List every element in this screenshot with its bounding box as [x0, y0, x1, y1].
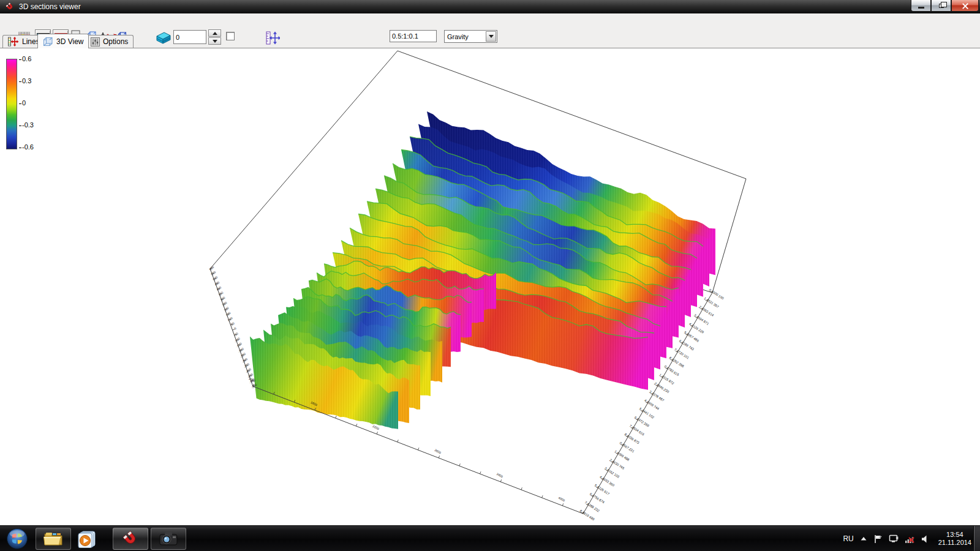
system-tray: RU 13:54 21.11.2014: [843, 526, 971, 551]
axis-tick-label: 4 4126 229: [688, 322, 704, 334]
toolbar: Gravity: [0, 13, 980, 34]
show-desktop-button[interactable]: [973, 526, 980, 551]
axis-tick-label: 3400: [496, 472, 503, 479]
axis-tick: [439, 455, 439, 458]
device-display-icon[interactable]: [889, 534, 899, 544]
axis-tick: [542, 495, 543, 498]
axis-tick-label: 3 4162 103: [604, 467, 620, 479]
tab-3d-view-label: 3D View: [56, 37, 83, 46]
axis-tick-label: 5 4225 617: [594, 484, 610, 496]
colorbar-gradient: [6, 59, 17, 149]
minimize-button[interactable]: [911, 0, 931, 12]
action-center-flag-icon[interactable]: [873, 534, 883, 544]
axis-tick-label: 2 4630 745: [609, 458, 625, 470]
magnet-app-icon: [5, 2, 15, 12]
network-disconnected-icon[interactable]: [905, 534, 915, 544]
axis-tick-label: 1 4531 357: [703, 296, 719, 309]
axis-tick-label: 4000: [558, 496, 566, 503]
axis-tick-label: 4 4909 744: [644, 399, 660, 411]
tab-options-label: Options: [103, 37, 128, 46]
taskbar-item-camera[interactable]: [151, 528, 186, 550]
lines-tab-icon: [8, 37, 19, 47]
axis-tick-label: 8 4819 489: [579, 509, 595, 521]
axis-tick: [521, 487, 522, 490]
box-edge: [210, 269, 253, 386]
box-edge: [712, 179, 746, 293]
axis-tick-label: 7 4504 616: [629, 424, 645, 436]
axis-tick-label: 0 4783 615: [663, 364, 679, 377]
taskbar-clock[interactable]: 13:54 21.11.2014: [936, 531, 971, 547]
axis-tick-label: 5 4657 486: [684, 331, 699, 343]
tab-3d-view[interactable]: 3D View: [37, 34, 89, 48]
colorbar-label: -0.6: [19, 143, 34, 151]
title-bar: 3D sections viewer: [0, 0, 980, 13]
colorbar-label: 0: [19, 99, 26, 107]
axis-tick-label: 6 4756 874: [589, 492, 605, 504]
axis-tick: [562, 503, 563, 506]
tray-expand-chevron-icon[interactable]: [860, 536, 867, 541]
app-window: 3D sections viewer: [0, 0, 980, 525]
volume-icon[interactable]: [921, 534, 930, 544]
colorbar-label: 0.3: [19, 77, 31, 84]
clock-time: 13:54: [938, 531, 971, 539]
viewport-3d[interactable]: 600550500450400350300250200150100500-50-…: [0, 48, 980, 525]
axis-tick-label: 6 4189 743: [679, 339, 695, 351]
camera-icon: [159, 530, 178, 547]
axis-tick: [480, 471, 481, 474]
taskbar-item-explorer[interactable]: [36, 528, 71, 550]
taskbar-item-media-player[interactable]: [75, 529, 99, 549]
tab-bar: Lines 3D View Options: [0, 34, 980, 48]
axis-tick-label: 0 4567 231: [619, 441, 635, 453]
window-title: 3D sections viewer: [19, 2, 81, 11]
axis-tick: [336, 416, 336, 418]
axis-tick-label: 8 4036 873: [624, 432, 639, 444]
axis-tick-label: 0 4000 100: [708, 288, 724, 300]
axis-tick-label: 4 4693 360: [599, 475, 615, 487]
taskbar-item-sections-viewer[interactable]: [113, 528, 148, 550]
close-icon: [962, 2, 968, 9]
axis-tick: [459, 463, 460, 466]
language-indicator[interactable]: RU: [843, 534, 853, 543]
axis-tick-label: 2 4063 614: [698, 305, 714, 317]
clock-date: 21.11.2014: [938, 539, 971, 547]
axis-tick-label: 8 4252 358: [668, 356, 684, 368]
axis-tick-label: 6 4972 359: [634, 416, 650, 428]
media-player-icon: [77, 530, 97, 548]
tab-options[interactable]: Options: [85, 35, 134, 48]
restore-button[interactable]: [931, 0, 951, 12]
colorbar-label: -0.3: [19, 121, 34, 129]
axis-tick-label: 5 4441 102: [639, 407, 655, 419]
axis-tick-label: 1 4315 872: [658, 373, 674, 385]
close-button[interactable]: [951, 0, 979, 12]
axis-tick-label: 7 4288 232: [584, 500, 600, 512]
axis-tick-label: 1 4099 488: [614, 449, 630, 462]
axis-tick: [377, 432, 377, 434]
options-tab-icon: [91, 37, 100, 47]
axis-tick: [418, 448, 419, 450]
axis-tick: [500, 479, 501, 482]
axis-tick-label: 3 4378 487: [649, 390, 665, 402]
folder-explorer-icon: [43, 530, 64, 547]
axis-tick-label: 2800: [434, 448, 442, 455]
axis-tick-label: 7 4720 101: [674, 347, 690, 359]
axis-tick: [398, 440, 398, 442]
colorbar-label: 0.6: [19, 55, 31, 62]
axis-tick-label: 3 4594 871: [693, 313, 709, 326]
restore-icon: [939, 4, 944, 8]
color-scale-legend: 0.6 0.3 0 -0.3 -0.6: [6, 59, 17, 149]
cube-icon: [43, 37, 53, 47]
axis-tick-label: 2 4846 230: [654, 381, 669, 394]
start-button[interactable]: [4, 529, 31, 549]
scene-3d-svg[interactable]: 600550500450400350300250200150100500-50-…: [0, 48, 980, 526]
magnet-taskbar-icon: [121, 530, 140, 548]
minimize-icon: [918, 7, 924, 9]
windows-taskbar: RU 13:54 21.11.2014: [0, 525, 980, 551]
axis-tick: [356, 424, 356, 426]
windows-start-orb-icon: [6, 528, 28, 550]
